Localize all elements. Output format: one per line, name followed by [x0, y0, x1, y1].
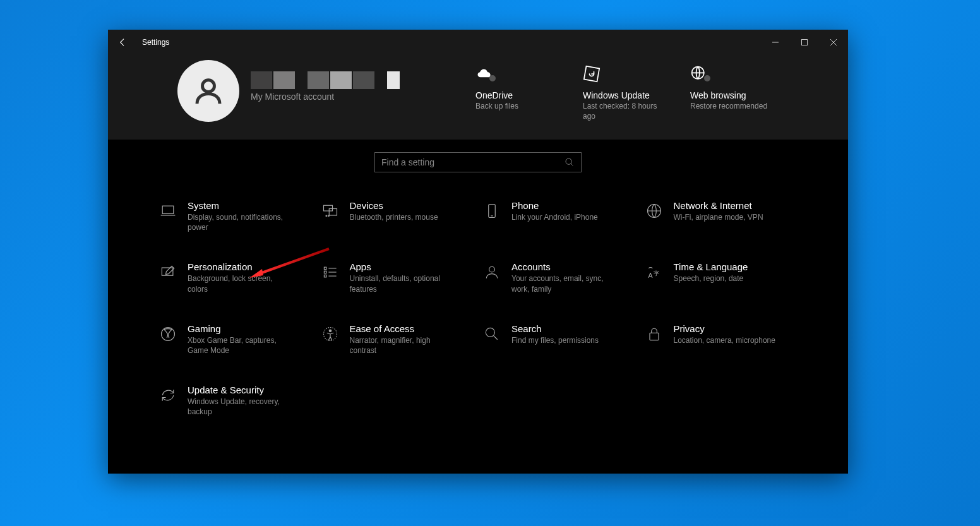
category-system[interactable]: System Display, sound, notifications, po… [157, 200, 313, 232]
back-button[interactable] [108, 30, 137, 55]
category-sub: Background, lock screen, colors [188, 273, 295, 294]
category-sub: Link your Android, iPhone [511, 212, 598, 222]
category-title: Accounts [511, 261, 619, 272]
category-title: Update & Security [188, 385, 295, 395]
window-controls [761, 30, 848, 55]
category-sub: Uninstall, defaults, optional features [350, 273, 457, 294]
search-box[interactable] [374, 152, 582, 172]
category-title: Privacy [674, 323, 775, 334]
account-header: My Microsoft account OneDrive Back up fi… [108, 55, 848, 140]
svg-point-13 [326, 215, 327, 217]
globe-icon [643, 200, 665, 222]
category-title: Apps [350, 261, 457, 272]
avatar[interactable] [177, 60, 239, 122]
settings-window: Settings [108, 30, 848, 474]
magnifier-icon [481, 323, 503, 345]
category-title: Personalization [188, 261, 295, 272]
quick-title: Web browsing [690, 90, 779, 100]
person-icon [481, 261, 503, 283]
category-sub: Windows Update, recovery, backup [188, 397, 295, 417]
category-ease-of-access[interactable]: Ease of Access Narrator, magnifier, high… [320, 323, 475, 356]
svg-text:字: 字 [654, 271, 659, 277]
category-sub: Speech, region, date [674, 273, 748, 284]
body-area: System Display, sound, notifications, po… [108, 140, 848, 474]
laptop-icon [157, 200, 179, 222]
quick-title: OneDrive [475, 90, 564, 100]
category-title: Phone [511, 200, 598, 211]
category-sub: Narrator, magnifier, high contrast [350, 335, 457, 356]
pen-monitor-icon [157, 261, 179, 283]
category-title: Network & Internet [674, 200, 763, 211]
category-network[interactable]: Network & Internet Wi-Fi, airplane mode,… [643, 200, 799, 232]
globe-icon [690, 63, 779, 85]
update-icon [583, 63, 671, 85]
category-grid: System Display, sound, notifications, po… [108, 200, 848, 417]
category-title: Devices [350, 200, 438, 211]
category-sub: Location, camera, microphone [674, 335, 775, 345]
svg-point-4 [203, 80, 215, 92]
svg-rect-33 [650, 333, 659, 340]
quick-title: Windows Update [583, 90, 671, 100]
cloud-icon [475, 63, 564, 85]
category-title: Ease of Access [350, 323, 457, 334]
category-title: Time & Language [674, 261, 748, 272]
quick-sub: Back up files [475, 102, 564, 112]
svg-line-8 [571, 164, 573, 165]
category-title: Gaming [188, 323, 295, 334]
lock-icon [643, 323, 665, 345]
account-block[interactable]: My Microsoft account [251, 71, 400, 102]
phone-icon [481, 200, 503, 222]
window-title: Settings [142, 38, 169, 47]
category-privacy[interactable]: Privacy Location, camera, microphone [643, 323, 799, 356]
category-devices[interactable]: Devices Bluetooth, printers, mouse [320, 200, 475, 232]
devices-icon [320, 200, 341, 222]
language-icon: A字 [643, 261, 665, 283]
svg-point-14 [328, 215, 329, 217]
category-phone[interactable]: Phone Link your Android, iPhone [481, 200, 637, 232]
svg-line-32 [494, 335, 498, 339]
quick-sub: Last checked: 8 hours ago [583, 102, 671, 121]
svg-rect-21 [324, 272, 326, 274]
category-sub: Display, sound, notifications, power [188, 212, 295, 232]
title-bar: Settings [108, 30, 848, 55]
quick-onedrive[interactable]: OneDrive Back up files [475, 63, 564, 121]
category-apps[interactable]: Apps Uninstall, defaults, optional featu… [320, 261, 475, 294]
close-button[interactable] [819, 30, 848, 55]
category-sub: Wi-Fi, airplane mode, VPN [674, 212, 763, 222]
category-personalization[interactable]: Personalization Background, lock screen,… [157, 261, 313, 294]
account-name-redacted [251, 71, 400, 89]
category-sub: Find my files, permissions [511, 335, 599, 345]
svg-rect-1 [802, 40, 808, 45]
svg-rect-12 [329, 209, 337, 216]
quick-sub: Restore recommended [690, 102, 779, 112]
svg-rect-11 [323, 205, 332, 211]
category-time-language[interactable]: A字 Time & Language Speech, region, date [643, 261, 799, 294]
category-title: Search [511, 323, 599, 334]
svg-point-25 [489, 267, 495, 273]
quick-windows-update[interactable]: Windows Update Last checked: 8 hours ago [583, 63, 671, 121]
sync-icon [157, 385, 179, 406]
category-accounts[interactable]: Accounts Your accounts, email, sync, wor… [481, 261, 637, 294]
svg-rect-19 [324, 268, 326, 270]
account-subtitle: My Microsoft account [251, 92, 400, 102]
category-title: System [188, 200, 295, 211]
svg-text:A: A [648, 272, 652, 279]
category-gaming[interactable]: Gaming Xbox Game Bar, captures, Game Mod… [157, 323, 313, 356]
svg-point-31 [486, 328, 494, 337]
category-update-security[interactable]: Update & Security Windows Update, recove… [157, 385, 313, 417]
minimize-button[interactable] [761, 30, 790, 55]
xbox-icon [157, 323, 179, 345]
maximize-button[interactable] [790, 30, 819, 55]
accessibility-icon [320, 323, 341, 345]
search-icon [565, 157, 575, 167]
svg-rect-23 [324, 275, 326, 278]
search-input[interactable] [381, 157, 565, 167]
quick-cards: OneDrive Back up files Windows Update La… [475, 60, 779, 121]
quick-web-browsing[interactable]: Web browsing Restore recommended [690, 63, 779, 121]
list-icon [320, 261, 341, 283]
category-sub: Bluetooth, printers, mouse [350, 212, 438, 222]
svg-point-7 [566, 158, 571, 164]
category-sub: Your accounts, email, sync, work, family [511, 273, 619, 294]
svg-rect-9 [162, 206, 174, 213]
category-search[interactable]: Search Find my files, permissions [481, 323, 637, 356]
